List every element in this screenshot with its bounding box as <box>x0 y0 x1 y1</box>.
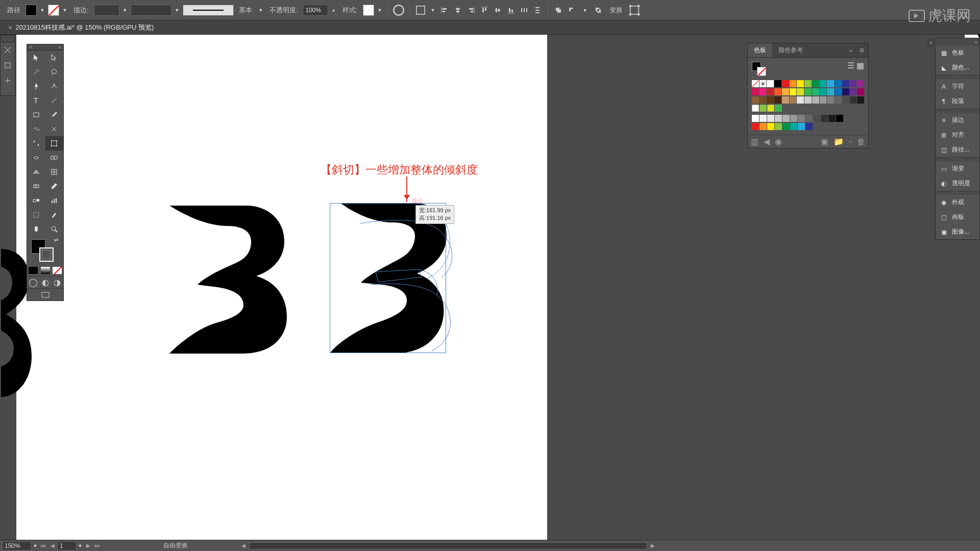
column-graph-tool[interactable] <box>45 193 64 208</box>
shaper-tool[interactable] <box>27 122 45 136</box>
delete-swatch-icon[interactable]: 🗑 <box>857 137 865 146</box>
swatch-cell[interactable] <box>797 80 804 87</box>
swatch-cell[interactable] <box>752 105 759 112</box>
tab-swatches[interactable]: 色板 <box>748 43 772 57</box>
color-mode-none[interactable] <box>51 265 63 276</box>
dock-item-1[interactable] <box>1 42 15 58</box>
swatch-library-icon[interactable]: ▥ <box>751 137 758 146</box>
list-view-icon[interactable]: ☰ <box>847 61 854 70</box>
zoom-input[interactable] <box>2 541 32 550</box>
swatch-cell[interactable] <box>857 80 864 87</box>
scroll-left-icon[interactable]: ◀ <box>239 541 248 550</box>
swatch-cell[interactable] <box>752 123 759 130</box>
swatch-cell[interactable] <box>752 115 759 122</box>
swatch-cell[interactable] <box>767 88 774 95</box>
swatch-cell[interactable] <box>767 80 774 87</box>
stroke-swatch[interactable] <box>48 5 59 16</box>
new-swatch-icon[interactable]: ▫ <box>849 137 852 146</box>
strip-gradient[interactable]: ▭渐变 <box>936 161 979 176</box>
gradient-tool[interactable] <box>27 179 45 193</box>
tab-color-guide[interactable]: 颜色参考 <box>772 43 809 57</box>
draw-inside-icon[interactable]: ◑ <box>51 277 63 288</box>
strip-align[interactable]: ⊞对齐 <box>936 128 979 142</box>
swatch-cell[interactable] <box>760 105 767 112</box>
swatch-cell[interactable] <box>836 115 843 122</box>
align-hcenter-icon[interactable] <box>452 4 464 16</box>
swatch-cell[interactable] <box>821 115 828 122</box>
unite-icon[interactable] <box>552 4 565 16</box>
stroke-dropdown[interactable]: ▼ <box>61 5 68 16</box>
swatch-cell[interactable] <box>804 88 812 95</box>
mesh-tool[interactable] <box>45 165 64 179</box>
slice-tool[interactable] <box>45 208 64 222</box>
swatch-cell[interactable]: ⊕ <box>760 80 767 87</box>
panel-collapse-icon[interactable]: » <box>846 47 855 54</box>
intersect-icon[interactable] <box>579 4 591 16</box>
opacity-input[interactable] <box>303 5 328 16</box>
new-color-group-icon[interactable]: ▣ <box>821 137 828 146</box>
swatch-cell[interactable] <box>782 88 789 95</box>
swatch-cell[interactable] <box>767 123 774 130</box>
align-vcenter-icon[interactable] <box>492 4 504 16</box>
swatch-cell[interactable] <box>767 115 774 122</box>
draw-behind-icon[interactable]: ◐ <box>39 277 52 288</box>
draw-normal-icon[interactable]: ◯ <box>27 277 39 288</box>
swatch-cell[interactable] <box>782 80 789 87</box>
color-mode-gradient[interactable] <box>39 265 52 276</box>
swatch-cell[interactable] <box>775 115 782 122</box>
blend-tool[interactable] <box>27 193 45 208</box>
pen-tool[interactable] <box>27 79 45 93</box>
eyedropper-tool[interactable] <box>45 179 64 193</box>
horizontal-scrollbar[interactable]: ◀ ▶ <box>239 541 657 550</box>
swatch-cell[interactable] <box>775 123 782 130</box>
swatch-cell[interactable] <box>850 80 857 87</box>
swatch-cell[interactable] <box>820 88 827 95</box>
swatch-cell[interactable] <box>790 96 797 104</box>
swatch-cell[interactable] <box>790 123 797 130</box>
strip-pathfinder[interactable]: ◫路径... <box>936 142 979 157</box>
document-tab[interactable]: × 20210815科技感.ai* @ 150% (RGB/GPU 预览) <box>4 23 158 32</box>
screen-mode-button[interactable] <box>27 288 63 300</box>
vw-dropdown[interactable]: ▼ <box>174 5 181 16</box>
transform-label[interactable]: 变换 <box>606 6 626 15</box>
swatch-cell[interactable] <box>827 80 834 87</box>
strip-close-icon[interactable]: × <box>926 38 936 47</box>
perspective-grid-tool[interactable] <box>27 165 45 179</box>
swatch-cell[interactable] <box>760 96 767 104</box>
distribute-h-icon[interactable] <box>518 4 530 16</box>
color-mode-solid[interactable] <box>27 265 39 276</box>
swatch-cell[interactable] <box>857 96 864 104</box>
distribute-v-icon[interactable] <box>531 4 544 16</box>
align-left-icon[interactable] <box>438 4 451 16</box>
swatch-cell[interactable] <box>835 88 842 95</box>
fill-dropdown[interactable]: ▼ <box>39 5 46 16</box>
swatch-cell[interactable] <box>797 88 804 95</box>
swatch-cell[interactable] <box>767 105 774 112</box>
nav-prev-icon[interactable]: ◀ <box>48 541 57 550</box>
align-bottom-icon[interactable] <box>505 4 517 16</box>
swatch-cell[interactable] <box>790 80 797 87</box>
swatch-cell[interactable] <box>798 123 805 130</box>
selection-bounding-box[interactable] <box>330 203 446 353</box>
profile-dropdown[interactable]: ▼ <box>257 5 264 16</box>
scroll-right-icon[interactable]: ▶ <box>648 541 657 550</box>
stroke-weight-dropdown[interactable]: ▼ <box>121 5 129 16</box>
dock-item-2[interactable] <box>1 58 15 73</box>
isolate-icon[interactable] <box>414 4 427 17</box>
dock-header[interactable] <box>1 35 15 42</box>
swatch-cell[interactable] <box>812 80 819 87</box>
swatch-cell[interactable] <box>827 88 834 95</box>
hand-tool[interactable] <box>27 222 45 236</box>
swatch-cell[interactable] <box>775 105 782 112</box>
nav-first-icon[interactable]: ⏮ <box>39 541 48 550</box>
swatch-cell[interactable] <box>812 88 819 95</box>
eraser-tool[interactable] <box>45 122 64 136</box>
isolate-dropdown[interactable]: ▼ <box>429 5 436 16</box>
swap-fill-stroke-icon[interactable]: ⇄ <box>54 237 58 243</box>
swatch-cell[interactable] <box>760 115 767 122</box>
strip-paragraph[interactable]: ¶段落 <box>936 94 979 109</box>
rotate-tool[interactable] <box>27 136 45 151</box>
fill-stroke-control[interactable]: ⇄ <box>27 236 63 265</box>
swatch-cell[interactable] <box>842 80 849 87</box>
rectangle-tool[interactable] <box>27 108 45 122</box>
